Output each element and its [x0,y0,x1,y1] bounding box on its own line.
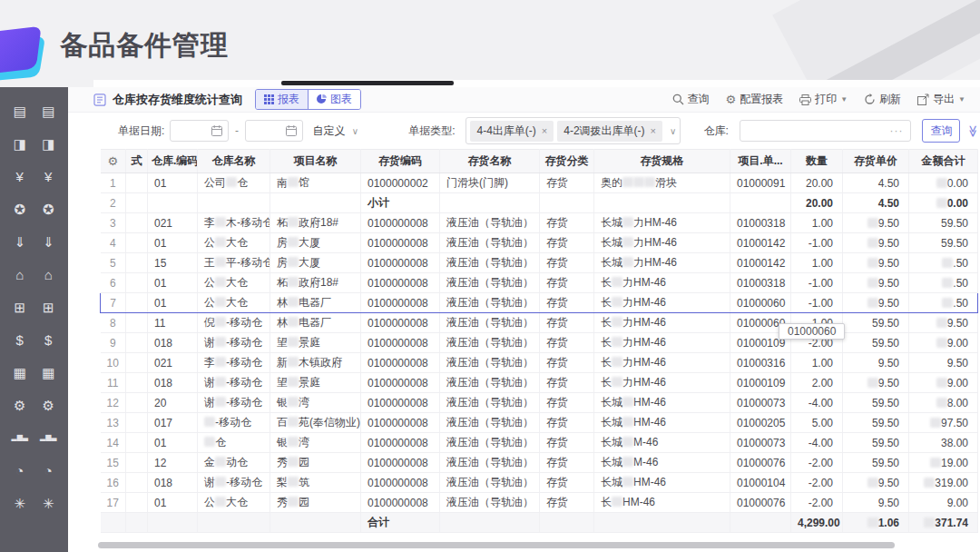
sidebar-item-report-user-alt[interactable]: ◨ [39,134,57,153]
remove-tag-icon[interactable]: × [542,126,547,136]
column-header[interactable]: 金额合计 [909,150,978,173]
tab-report[interactable]: 报表 [256,90,308,109]
redaction [936,198,947,208]
sidebar-item-calculator[interactable]: ⊞ [11,298,29,316]
sidebar-item-warehouse-house-alt[interactable]: ⌂ [39,265,57,283]
table-row[interactable]: 811倪-移动仓林电器厂0100000008液压油（导轨油）存货长力HM-460… [101,313,978,333]
sidebar-item-receive-coin-alt[interactable]: ✪ [39,200,57,218]
column-header[interactable]: 项目名称 [270,150,361,173]
sidebar-item-bar-chart-alt[interactable]: ▂▆▃ [39,429,57,447]
sidebar-item-finance-dollar[interactable]: $ [11,330,29,349]
table-footer-row[interactable]: 合计4,299.001.06371.74 [101,513,978,533]
remove-tag-icon[interactable]: × [651,126,656,136]
sidebar-item-history-clock-alt[interactable]: ◔ [39,461,57,479]
table-row[interactable]: 10021李-移动仓新木镇政府0100000008液压油（导轨油）存货长力HM-… [101,353,978,373]
column-header[interactable]: 存货编码 [361,150,440,173]
sidebar-item-menu-list-alt[interactable]: ▤ [39,102,57,120]
table-row[interactable]: 1220谢-移动仓银湾0100000008液压油（导轨油）存货长城HM-4601… [101,393,978,413]
column-header[interactable]: 存货名称 [440,150,540,173]
sidebar-item-tools-asterisk[interactable]: ✳ [11,494,29,512]
table-row[interactable]: 2小计20.004.500.00 [101,193,978,213]
warehouse-input[interactable]: ··· [740,120,912,142]
table-row[interactable]: 601公大仓柘政府18#0100000008液压油（导轨油）存货长力HM-460… [101,273,978,293]
sidebar-item-outbound-down[interactable]: ⇓ [11,232,29,251]
column-header[interactable]: 数量 [791,150,843,173]
pie-chart-icon [317,94,327,104]
sidebar-item-receive-coin[interactable]: ✪ [11,200,29,218]
redaction [288,437,299,447]
refresh-action[interactable]: 刷新 [864,92,901,107]
column-header[interactable]: 仓库.编码 [148,150,198,173]
table-row[interactable]: 1401仓银湾0100000008液压油（导轨油）存货长城M-460100007… [101,433,978,453]
redaction [622,217,633,227]
export-action[interactable]: 导出 ▼ [917,92,965,107]
sidebar-item-menu-list[interactable]: ▤ [11,102,29,120]
table-row[interactable]: 16018谢-移动仓梨筑0100000008液压油（导轨油）存货长城HM-460… [101,473,978,493]
sidebar-item-outbound-down-alt[interactable]: ⇓ [39,232,57,251]
sidebar-item-report-doc[interactable]: ▦ [11,363,29,381]
app-logo [0,29,49,82]
sidebar-item-settings-gear[interactable]: ⚙ [11,396,29,414]
cell: 59.50 [843,393,909,413]
tab-chart[interactable]: 图表 [308,90,360,109]
date-from-input[interactable] [170,120,229,142]
cell: 9.50 [843,253,909,273]
column-header[interactable]: 存货单价 [843,150,909,173]
table-row[interactable]: 1512金动仓秀园0100000008液压油（导轨油）存货长城M-4601000… [101,453,978,473]
table-row[interactable]: 1701公大仓秀园0100000008液压油（导轨油）存货长HM-4601000… [101,493,978,513]
cell: 018 [148,373,198,393]
query-button[interactable]: 查询 [922,119,960,143]
cell: 林电器厂 [270,313,361,333]
cell: 9.00 [909,373,978,393]
redaction [622,237,633,247]
sidebar-item-bar-chart[interactable]: ▂▆▃ [11,429,29,447]
table-row[interactable]: 401公大仓房大厦0100000008液压油（导轨油）存货长城力HM-46010… [101,233,978,253]
doc-type-tag[interactable]: 4-2调拨出库单(-)× [557,121,662,142]
cell: 0100000008 [361,433,440,453]
cell: .50 [909,293,978,313]
cell-tooltip: 01000060 [779,323,845,340]
table-settings-icon[interactable]: ⚙ [101,150,126,173]
table-row[interactable]: 101公司仓南馆0100000002门滑块(门脚)存货奥的滑块010000912… [101,173,978,193]
table-row[interactable]: 9018谢-移动仓望景庭0100000008液压油（导轨油）存货长力HM-460… [101,333,978,353]
column-header[interactable]: 项目.单... [730,150,791,173]
cell: 存货 [540,353,594,373]
date-mode-dropdown[interactable]: 自定义 ∨ [312,123,358,139]
sidebar-item-report-user[interactable]: ◨ [11,134,29,153]
cell: 门滑块(门脚) [440,173,540,193]
cell: 0100000008 [361,373,440,393]
table-row[interactable]: 11018谢-移动仓望景庭0100000008液压油（导轨油）存货长力HM-46… [101,373,978,393]
query-action[interactable]: 查询 [672,92,710,107]
column-header[interactable]: 存货分类 [540,150,594,173]
cell: -4.00 [791,433,843,453]
cell: 9.00 [909,493,978,513]
cell: 01000091 [730,173,791,193]
sidebar-item-settings-gear-alt[interactable]: ⚙ [39,396,57,414]
table-row[interactable]: 515王平-移动仓房大厦0100000008液压油（导轨油）存货长城力HM-46… [101,253,978,273]
table-row[interactable]: 13017-移动仓百苑(奉信物业)0100000008液压油（导轨油）存货长城H… [101,413,978,433]
sidebar-item-history-clock[interactable]: ◔ [11,461,29,479]
column-header[interactable]: 式 [126,150,148,173]
sidebar-item-tools-asterisk-alt[interactable]: ✳ [39,494,57,512]
cell: 9.50 [909,353,978,373]
sidebar-item-ledger-yen[interactable]: ¥ [11,167,29,185]
sidebar-item-calculator-alt[interactable]: ⊞ [39,298,57,316]
gear-icon: ⚙ [107,154,118,168]
date-to-input[interactable] [245,120,304,142]
sidebar-item-warehouse-house[interactable]: ⌂ [11,265,29,283]
collapse-filters-icon[interactable]: ≫ [967,124,980,137]
sidebar-item-ledger-yen-alt[interactable]: ¥ [39,167,57,185]
column-header[interactable]: 存货规格 [594,150,730,173]
print-action[interactable]: 打印 ▼ [799,92,848,107]
cell: 4,299.00 [791,513,843,533]
column-header[interactable]: 仓库名称 [198,150,270,173]
table-row[interactable]: 701公大仓林电器厂0100000008液压油（导轨油）存货长力HM-46010… [101,293,978,313]
table-row[interactable]: 3021李木-移动仓柘政府18#0100000008液压油（导轨油）存货长城力H… [101,213,978,233]
doc-type-tag[interactable]: 4-4出库单(-)× [470,121,554,142]
configure-report-action[interactable]: ⚙ 配置报表 [726,92,784,107]
redaction [288,217,299,227]
doc-type-select[interactable]: 4-4出库单(-)×4-2调拨出库单(-)×∨ [466,117,681,144]
sidebar-item-report-doc-alt[interactable]: ▦ [39,363,57,381]
sidebar-item-finance-dollar-alt[interactable]: $ [39,330,57,349]
horizontal-scrollbar[interactable] [98,542,895,548]
